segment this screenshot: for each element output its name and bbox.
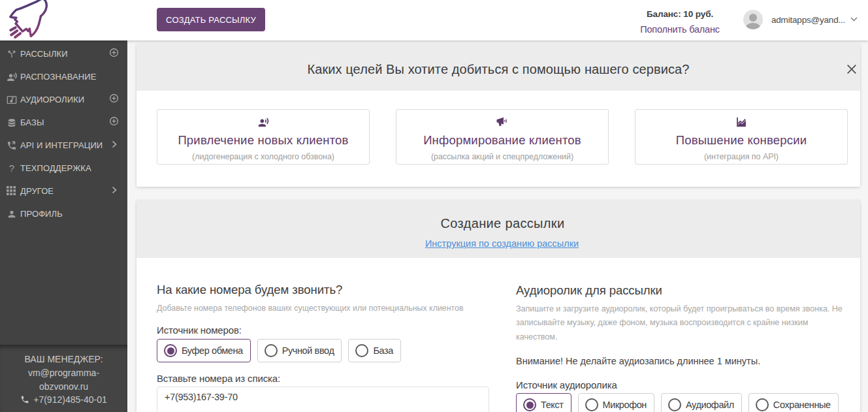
svg-text:?: ? (9, 163, 14, 174)
